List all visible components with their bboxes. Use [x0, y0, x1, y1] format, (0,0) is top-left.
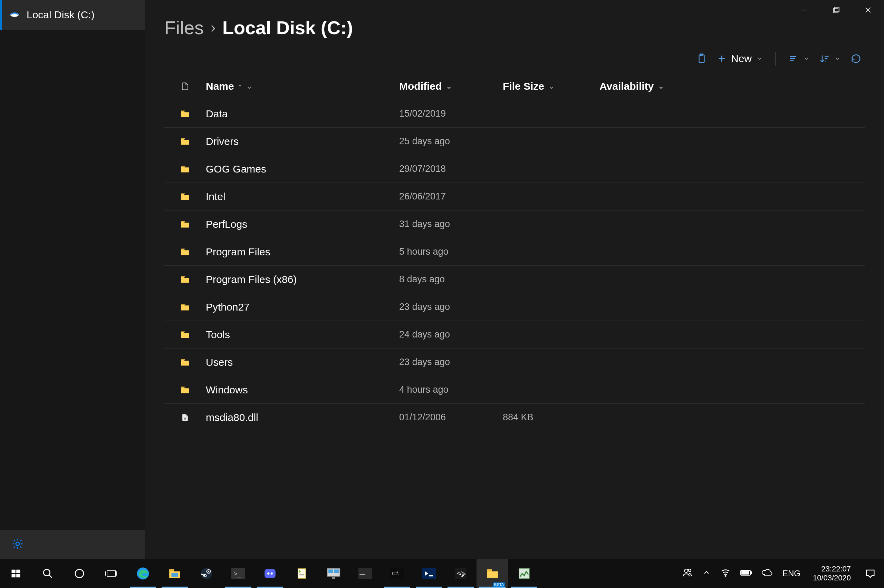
- tray-wifi-icon[interactable]: [720, 567, 731, 580]
- row-name: Program Files: [206, 246, 399, 258]
- settings-button[interactable]: [0, 530, 145, 559]
- taskbar-app-vm[interactable]: [318, 559, 349, 588]
- svg-text:>_: >_: [234, 570, 241, 578]
- svg-point-39: [267, 573, 269, 574]
- paste-button[interactable]: [696, 53, 707, 64]
- start-button[interactable]: [0, 559, 32, 588]
- refresh-button[interactable]: [851, 54, 861, 64]
- main-content: Files › Local Disk (C:) New: [145, 0, 884, 559]
- taskbar-app-steam[interactable]: [191, 559, 223, 588]
- taskbar-app-edge[interactable]: [127, 559, 159, 588]
- svg-point-61: [725, 576, 726, 577]
- column-name-label: Name: [206, 80, 234, 92]
- column-modified-header[interactable]: Modified ⌄: [399, 80, 503, 92]
- taskbar-app-explorer[interactable]: [159, 559, 191, 588]
- minimize-button[interactable]: [789, 0, 821, 20]
- tray-battery-icon[interactable]: [740, 568, 752, 578]
- column-icon-header[interactable]: [164, 81, 206, 92]
- new-button[interactable]: New: [717, 53, 763, 64]
- column-name-header[interactable]: Name ↑ ⌄: [206, 80, 399, 92]
- taskbar-app-devtools[interactable]: </>: [445, 559, 477, 588]
- view-button[interactable]: [788, 54, 809, 63]
- taskbar-clock[interactable]: 23:22:07 10/03/2020: [807, 564, 856, 583]
- search-button[interactable]: [32, 559, 63, 588]
- chevron-right-icon: ›: [210, 20, 215, 36]
- svg-rect-19: [12, 570, 15, 573]
- taskbar-app-terminal[interactable]: >_: [223, 559, 254, 588]
- system-tray: ENG: [675, 567, 807, 580]
- chevron-down-icon: ⌄: [658, 82, 664, 91]
- sidebar-tab-local-disk[interactable]: Local Disk (C:): [0, 0, 145, 30]
- chevron-down-icon: ⌄: [246, 82, 253, 91]
- clock-time: 23:22:07: [821, 564, 851, 573]
- svg-point-18: [184, 417, 186, 420]
- column-size-label: File Size: [503, 80, 544, 92]
- column-size-header[interactable]: File Size ⌄: [503, 80, 600, 92]
- taskbar-app-notepad[interactable]: [286, 559, 318, 588]
- breadcrumb-root[interactable]: Files: [164, 17, 204, 38]
- svg-rect-46: [334, 569, 339, 573]
- row-name: Program Files (x86): [206, 274, 399, 285]
- svg-rect-20: [16, 570, 20, 573]
- table-row[interactable]: Program Files (x86)8 days ago: [164, 266, 864, 293]
- folder-icon: [164, 248, 206, 256]
- taskbar-app-cmd[interactable]: C:\: [381, 559, 413, 588]
- svg-point-23: [44, 569, 50, 576]
- taskbar-app-console[interactable]: [349, 559, 381, 588]
- column-availability-label: Availability: [600, 80, 654, 92]
- breadcrumb-current[interactable]: Local Disk (C:): [223, 17, 353, 38]
- table-row[interactable]: Data15/02/2019: [164, 100, 864, 128]
- table-row[interactable]: msdia80.dll01/12/2006884 KB: [164, 404, 864, 431]
- sidebar-tab-label: Local Disk (C:): [27, 9, 95, 21]
- tray-language[interactable]: ENG: [782, 568, 800, 578]
- table-row[interactable]: Python2723 days ago: [164, 293, 864, 321]
- beta-badge: BETA: [493, 582, 505, 586]
- table-row[interactable]: Intel26/06/2017: [164, 183, 864, 210]
- chevron-down-icon: ⌄: [446, 82, 452, 91]
- sort-ascending-icon: ↑: [238, 82, 242, 91]
- svg-rect-47: [332, 577, 335, 579]
- svg-line-24: [49, 575, 52, 578]
- new-button-label: New: [731, 53, 752, 64]
- folder-icon: [164, 358, 206, 366]
- cortana-button[interactable]: [63, 559, 95, 588]
- task-view-button[interactable]: [95, 559, 127, 588]
- table-row[interactable]: Drivers25 days ago: [164, 128, 864, 155]
- tray-onedrive-icon[interactable]: [762, 568, 773, 579]
- row-modified: 23 days ago: [399, 302, 503, 312]
- chevron-down-icon: [756, 56, 763, 62]
- row-modified: 01/12/2006: [399, 412, 503, 423]
- row-modified: 29/07/2018: [399, 164, 503, 174]
- folder-icon: [164, 110, 206, 118]
- svg-rect-22: [16, 574, 20, 577]
- taskbar-app-discord[interactable]: [254, 559, 286, 588]
- svg-point-32: [201, 568, 212, 579]
- svg-rect-63: [751, 572, 752, 574]
- column-availability-header[interactable]: Availability ⌄: [600, 80, 703, 92]
- folder-icon: [164, 303, 206, 311]
- table-row[interactable]: GOG Games29/07/2018: [164, 155, 864, 183]
- taskbar-app-files[interactable]: BETA: [477, 559, 508, 588]
- table-row[interactable]: Windows4 hours ago: [164, 376, 864, 404]
- sort-button[interactable]: [820, 54, 840, 63]
- action-center-button[interactable]: [856, 559, 884, 588]
- row-modified: 15/02/2019: [399, 108, 503, 119]
- svg-rect-26: [107, 571, 115, 576]
- maximize-button[interactable]: [821, 0, 852, 20]
- taskbar-app-powershell[interactable]: [413, 559, 445, 588]
- taskbar-app-resource-monitor[interactable]: [508, 559, 540, 588]
- tray-chevron-up-icon[interactable]: [702, 568, 711, 579]
- close-button[interactable]: [852, 0, 884, 20]
- table-row[interactable]: PerfLogs31 days ago: [164, 210, 864, 238]
- svg-rect-52: [422, 568, 436, 579]
- tray-people-icon[interactable]: [683, 567, 693, 580]
- svg-point-34: [208, 571, 210, 573]
- table-row[interactable]: Program Files5 hours ago: [164, 238, 864, 266]
- folder-icon: [164, 275, 206, 284]
- table-row[interactable]: Users23 days ago: [164, 348, 864, 376]
- chevron-down-icon: [834, 56, 840, 62]
- table-row[interactable]: Tools24 days ago: [164, 321, 864, 348]
- table-header: Name ↑ ⌄ Modified ⌄ File Size ⌄ Availabi…: [164, 72, 864, 100]
- svg-rect-45: [328, 569, 333, 573]
- row-modified: 5 hours ago: [399, 246, 503, 257]
